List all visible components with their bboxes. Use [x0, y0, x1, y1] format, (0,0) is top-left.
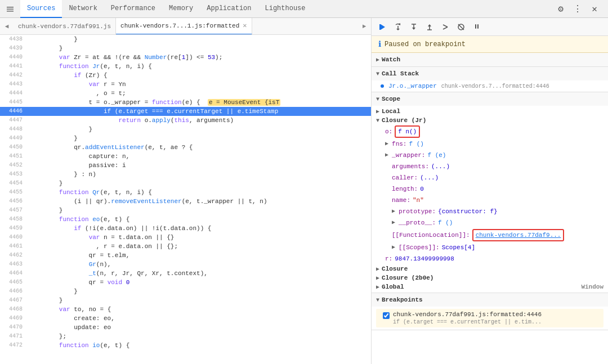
- tab-performance[interactable]: Performance: [104, 0, 162, 18]
- scope-expand-wrapper[interactable]: ▶: [385, 150, 388, 160]
- file-tab-close[interactable]: ✕: [243, 21, 247, 30]
- tab-bar-actions: ⚙ ⋮ ✕: [554, 2, 606, 16]
- scope-item-funcloc[interactable]: [[FunctionLocation]]: chunk-vendors.77da…: [372, 228, 608, 242]
- close-devtools-icon[interactable]: ✕: [588, 2, 601, 16]
- scope-item-arguments[interactable]: arguments: (...): [372, 161, 608, 172]
- svg-line-14: [443, 25, 448, 27]
- scope-closure2-label: Closure: [382, 266, 408, 272]
- scope-prop-name: name:: [392, 195, 410, 205]
- main-layout: ◀ chunk-vendors.77daf991.js chunk-vendor…: [0, 18, 608, 364]
- scope-expand-prototype[interactable]: ▶: [392, 206, 395, 217]
- watch-arrow: ▶: [376, 56, 379, 63]
- scope-value-wrapper: f (e): [427, 150, 446, 160]
- resume-button[interactable]: [376, 21, 388, 33]
- scope-item-caller[interactable]: caller: (...): [372, 172, 608, 183]
- settings-icon[interactable]: ⚙: [554, 2, 567, 16]
- scope-item-scopes[interactable]: ▶ [[Scopes]]: Scopes[4]: [372, 242, 608, 253]
- breakpoints-arrow: ▼: [376, 297, 379, 303]
- deactivate-breakpoints-button[interactable]: [455, 21, 467, 33]
- scope-prop-funcloc: [[FunctionLocation]]:: [392, 230, 470, 240]
- scope-value-proto: f (): [438, 218, 453, 228]
- code-editor[interactable]: 4438 } 4439 } 4440 var Zr = at && !(re &…: [0, 35, 371, 364]
- scope-expand-fns[interactable]: ▶: [385, 139, 388, 149]
- code-panel: ◀ chunk-vendors.77daf991.js chunk-vendor…: [0, 18, 372, 364]
- scope-prop-length: length:: [392, 184, 418, 194]
- scope-item-wrapper[interactable]: ▶ _wrapper: f (e): [372, 150, 608, 161]
- breakpoint-details: chunk-vendors.77daf991.js:formatted:4446…: [393, 311, 542, 325]
- scope-prop-wrapper: _wrapper:: [392, 150, 425, 160]
- scope-prop-proto: __proto__:: [399, 218, 436, 228]
- code-line-4468: 4468 var to, no = {: [0, 305, 371, 314]
- scope-value-fns: f (): [409, 139, 423, 149]
- step-over-button[interactable]: [392, 21, 404, 33]
- call-stack-file-0: chunk-vendors.7...formatted:4446: [441, 83, 549, 89]
- svg-rect-4: [379, 24, 381, 30]
- devtools-tab-bar: Sources Network Performance Memory Appli…: [0, 0, 608, 18]
- tab-application[interactable]: Application: [200, 0, 258, 18]
- code-line-4458: 4458 function eo(e, t) {: [0, 215, 371, 224]
- tab-sources[interactable]: Sources: [20, 0, 62, 18]
- right-scroll[interactable]: ▶ Watch ▼ Call Stack Jr.o._wrapper chunk…: [372, 53, 608, 364]
- call-stack-section: ▼ Call Stack Jr.o._wrapper chunk-vendors…: [372, 67, 608, 92]
- scope-expand-proto[interactable]: ▶: [392, 218, 395, 228]
- scope-closure2-arrow: ▶: [376, 266, 379, 272]
- code-line-4445: 4445 t = o._wrapper = function(e) { e = …: [0, 98, 371, 107]
- call-stack-section-header[interactable]: ▼ Call Stack: [372, 67, 608, 80]
- breakpoint-checkbox-0[interactable]: [383, 312, 390, 319]
- breakpoints-section: ▼ Breakpoints chunk-vendors.77daf991.js:…: [372, 293, 608, 330]
- tab-memory[interactable]: Memory: [162, 0, 200, 18]
- scope-closure-jr[interactable]: ▼ Closure (Jr): [372, 116, 608, 125]
- file-tab-more[interactable]: ►: [357, 23, 371, 30]
- watch-section-header[interactable]: ▶ Watch: [372, 53, 608, 66]
- devtools-menu-icon[interactable]: [2, 1, 18, 17]
- scope-value-funcloc[interactable]: chunk-vendors.77daf9...: [476, 230, 561, 240]
- scope-item-r[interactable]: r: 9847.13499999998: [372, 253, 608, 264]
- scope-closure3[interactable]: ▶ Closure (2b0e): [372, 273, 608, 282]
- scope-value-prototype: {constructor: f}: [438, 206, 498, 217]
- code-line-4443: 4443 var r = Yn: [0, 80, 371, 89]
- step-into-button[interactable]: [408, 21, 420, 33]
- scope-closure2[interactable]: ▶ Closure: [372, 264, 608, 273]
- file-tab-formatted[interactable]: chunk-vendors.7...1.js:formatted ✕: [116, 18, 252, 35]
- code-line-4441: 4441 function Jr(e, t, n, i) {: [0, 62, 371, 71]
- code-line-4438: 4438 }: [0, 35, 371, 44]
- scope-global[interactable]: ▶ Global Window: [372, 282, 608, 291]
- file-tab-chunk-vendors[interactable]: chunk-vendors.77daf991.js: [14, 18, 116, 35]
- scope-item-proto[interactable]: ▶ __proto__: f (): [372, 217, 608, 228]
- scope-item-length[interactable]: length: 0: [372, 183, 608, 195]
- breakpoints-label: Breakpoints: [382, 296, 423, 303]
- step-button[interactable]: [439, 21, 451, 33]
- svg-marker-12: [428, 24, 431, 26]
- scope-item-name[interactable]: name: "n": [372, 195, 608, 206]
- scope-label: Scope: [382, 96, 400, 102]
- scope-prop-scopes: [[Scopes]]:: [399, 242, 440, 253]
- scope-item-prototype[interactable]: ▶ prototype: {constructor: f}: [372, 206, 608, 217]
- code-line-4447: 4447 return o.apply(this, arguments): [0, 116, 371, 125]
- scope-global-value: Window: [581, 284, 603, 290]
- scope-value-caller: (...): [420, 173, 439, 183]
- breakpoints-section-header[interactable]: ▼ Breakpoints: [372, 293, 608, 307]
- call-stack-arrow: ▼: [376, 71, 379, 77]
- scope-expand-scopes[interactable]: ▶: [392, 242, 395, 253]
- file-tab-back[interactable]: ◀: [0, 19, 14, 34]
- more-options-icon[interactable]: ⋮: [571, 2, 584, 16]
- tab-network[interactable]: Network: [62, 0, 104, 18]
- scope-prop-fns: fns:: [392, 139, 406, 149]
- scope-prop-caller: caller:: [392, 173, 418, 183]
- scope-item-fns[interactable]: ▶ fns: f (): [372, 138, 608, 150]
- code-line-4470: 4470 update: eo: [0, 323, 371, 332]
- scope-item-o[interactable]: o: f n(): [372, 125, 608, 138]
- breakpoint-file: chunk-vendors.77daf991.js:formatted:4446: [393, 311, 542, 318]
- scope-value-length: 0: [420, 184, 424, 194]
- scope-section-header[interactable]: ▼ Scope: [372, 92, 608, 106]
- call-stack-item-0[interactable]: Jr.o._wrapper chunk-vendors.7...formatte…: [372, 82, 608, 91]
- code-line-4472: 4472 function io(e, t) {: [0, 341, 371, 350]
- code-line-4456: 4456 (i || qr).removeEventListener(e, t.…: [0, 197, 371, 206]
- code-line-4444: 4444 , o = t;: [0, 89, 371, 98]
- scope-local[interactable]: ▶ Local: [372, 107, 608, 116]
- pause-on-exceptions-button[interactable]: [471, 21, 483, 33]
- code-line-4460: 4460 var n = t.data.on || {}: [0, 233, 371, 242]
- step-out-button[interactable]: [423, 21, 436, 33]
- code-line-4451: 4451 capture: n,: [0, 152, 371, 161]
- tab-lighthouse[interactable]: Lighthouse: [258, 0, 312, 18]
